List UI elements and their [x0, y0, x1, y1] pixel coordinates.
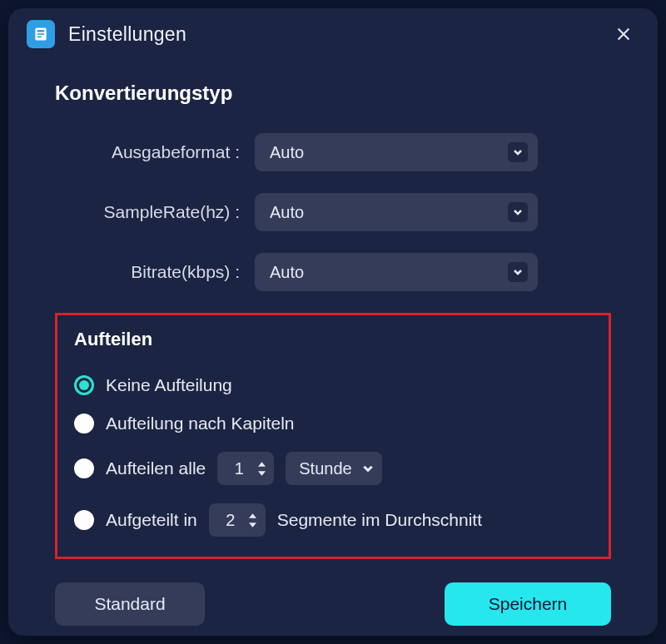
svg-rect-1 — [37, 30, 44, 32]
radio-icon[interactable] — [74, 375, 94, 395]
chevron-down-icon — [508, 142, 528, 162]
svg-rect-2 — [37, 33, 44, 35]
svg-marker-9 — [249, 523, 256, 527]
split-option-none[interactable]: Keine Aufteilung — [74, 375, 592, 395]
settings-dialog: Einstellungen Konvertierungstyp Ausgabef… — [8, 8, 658, 636]
split-option-segments-suffix: Segmente im Durchschnitt — [277, 510, 482, 530]
app-icon — [27, 20, 55, 48]
spinner-value: 2 — [222, 511, 239, 530]
split-option-segments[interactable]: Aufgeteilt in 2 Segmente im Durchschnitt — [74, 503, 592, 537]
split-every-value-stepper[interactable]: 1 — [217, 452, 274, 485]
spinner-down-icon[interactable] — [247, 521, 259, 529]
split-segments-value-stepper[interactable]: 2 — [209, 503, 266, 537]
default-button[interactable]: Standard — [55, 582, 205, 626]
split-section-highlight: Aufteilen Keine Aufteilung Aufteilung na… — [55, 313, 611, 559]
spinner-up-icon[interactable] — [247, 512, 259, 520]
titlebar: Einstellungen — [8, 8, 658, 57]
split-option-chapters-label: Aufteilung nach Kapiteln — [106, 414, 295, 433]
spinner-arrows — [247, 512, 259, 529]
dialog-footer: Standard Speichern — [8, 559, 658, 636]
chevron-down-icon — [508, 262, 528, 282]
radio-icon[interactable] — [74, 458, 94, 478]
samplerate-select[interactable]: Auto — [255, 193, 538, 231]
split-every-unit-value: Stunde — [299, 459, 351, 478]
split-section-title: Aufteilen — [74, 329, 592, 350]
bitrate-label: Bitrate(kbps) : — [55, 262, 255, 282]
spinner-arrows — [256, 460, 267, 478]
bitrate-value: Auto — [270, 263, 304, 282]
svg-marker-8 — [249, 513, 256, 518]
split-every-unit-select[interactable]: Stunde — [286, 452, 381, 485]
chevron-down-icon — [508, 202, 528, 222]
split-option-segments-prefix: Aufgeteilt in — [106, 510, 197, 530]
spinner-value: 1 — [231, 459, 247, 478]
save-button[interactable]: Speichern — [445, 582, 611, 626]
row-output-format: Ausgabeformat : Auto — [55, 133, 611, 171]
output-format-value: Auto — [270, 143, 304, 162]
svg-marker-6 — [258, 462, 266, 466]
samplerate-value: Auto — [270, 203, 304, 222]
split-option-chapters[interactable]: Aufteilung nach Kapiteln — [74, 414, 592, 433]
dialog-title: Einstellungen — [68, 23, 186, 46]
split-option-every[interactable]: Aufteilen alle 1 Stunde — [74, 452, 592, 485]
dialog-content: Konvertierungstyp Ausgabeformat : Auto S… — [8, 57, 658, 559]
row-samplerate: SampleRate(hz) : Auto — [55, 193, 611, 231]
row-bitrate: Bitrate(kbps) : Auto — [55, 253, 611, 291]
radio-icon[interactable] — [74, 510, 94, 530]
bitrate-select[interactable]: Auto — [255, 253, 538, 291]
svg-rect-3 — [37, 37, 42, 38]
samplerate-label: SampleRate(hz) : — [55, 202, 255, 222]
output-format-label: Ausgabeformat : — [55, 142, 255, 162]
split-option-every-prefix: Aufteilen alle — [106, 458, 206, 478]
output-format-select[interactable]: Auto — [255, 133, 538, 171]
conversion-section-title: Konvertierungstyp — [55, 82, 611, 105]
chevron-down-icon — [362, 458, 374, 478]
svg-marker-7 — [258, 471, 266, 475]
spinner-up-icon[interactable] — [256, 460, 267, 468]
spinner-down-icon[interactable] — [256, 469, 267, 478]
close-button[interactable] — [609, 20, 638, 48]
radio-icon[interactable] — [74, 414, 94, 433]
split-option-none-label: Keine Aufteilung — [106, 375, 232, 395]
